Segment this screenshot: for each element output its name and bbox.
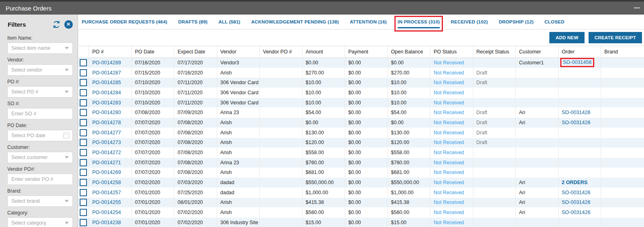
- order-link[interactable]: SO-0031426: [562, 210, 591, 215]
- po_status-cell: Not Received: [430, 208, 473, 217]
- row-checkbox[interactable]: [80, 179, 87, 186]
- po-status-link[interactable]: Not Received: [434, 180, 464, 185]
- column-header-po_date[interactable]: PO Date: [132, 46, 175, 57]
- vendor-cell: dadad: [217, 188, 260, 197]
- po-status-link[interactable]: Not Received: [434, 100, 464, 106]
- tab-dropship-12[interactable]: DROPSHIP (12): [499, 15, 534, 29]
- column-header-open_balance[interactable]: Open Balance: [388, 46, 431, 57]
- tab-received-102[interactable]: RECEIVED (102): [451, 15, 488, 29]
- order-link[interactable]: SO-0031426: [562, 199, 591, 205]
- row-checkbox[interactable]: [80, 159, 87, 166]
- row-checkbox[interactable]: [80, 139, 87, 146]
- column-header-customer[interactable]: Customer: [516, 46, 559, 57]
- po-link[interactable]: PO-0014255: [92, 199, 121, 205]
- po-link[interactable]: PO-0014271: [92, 160, 121, 165]
- column-header-receipt_status[interactable]: Receipt Status: [473, 46, 516, 57]
- po-status-link[interactable]: Not Received: [434, 160, 464, 165]
- column-header-payment[interactable]: Payment: [345, 46, 388, 57]
- po-status-link[interactable]: Not Received: [434, 199, 464, 205]
- column-header-expect_date[interactable]: Expect Date: [174, 46, 217, 57]
- filter-dropdown-brand[interactable]: Select brand: [7, 195, 73, 207]
- po-status-link[interactable]: Not Received: [434, 140, 464, 145]
- order-link[interactable]: SO-0031426: [562, 110, 591, 115]
- tab-closed[interactable]: CLOSED: [544, 15, 564, 29]
- po-link[interactable]: PO-0014254: [92, 210, 121, 215]
- row-checkbox[interactable]: [80, 169, 87, 176]
- column-header-vendor[interactable]: Vendor: [217, 46, 260, 57]
- po-status-link[interactable]: Not Received: [434, 90, 464, 95]
- po-status-link[interactable]: Not Received: [434, 70, 464, 76]
- row-checkbox[interactable]: [80, 149, 87, 156]
- po-link[interactable]: PO-0014257: [92, 190, 121, 195]
- po-status-link[interactable]: Not Received: [434, 60, 464, 66]
- create-receipt-button[interactable]: CREATE RECEIPT: [589, 32, 642, 43]
- filter-dropdown-item-name[interactable]: Select item name: [7, 42, 73, 54]
- tab-purchase-order-requests-464[interactable]: PURCHASE ORDER REQUESTS (464): [82, 15, 167, 29]
- po-link[interactable]: PO-0014283: [92, 100, 121, 106]
- filter-input-so[interactable]: Enter SO #: [7, 108, 73, 119]
- refresh-icon[interactable]: [52, 20, 61, 29]
- vendor-cell: dadad: [217, 178, 260, 187]
- customer-cell: Ari: [516, 118, 559, 127]
- row-checkbox[interactable]: [80, 59, 87, 66]
- close-filters-icon[interactable]: ✕: [64, 20, 73, 29]
- po-status-link[interactable]: Not Received: [434, 150, 464, 155]
- po-status-link[interactable]: Not Received: [434, 110, 464, 115]
- amount-text: $270.00: [306, 70, 324, 76]
- po-link[interactable]: PO-0014273: [92, 140, 121, 145]
- filter-dropdown-category[interactable]: Select category: [7, 217, 73, 227]
- po-link[interactable]: PO-0014285: [92, 80, 121, 85]
- po-link[interactable]: PO-0014272: [92, 150, 121, 155]
- order-link[interactable]: SO-0031426: [562, 120, 591, 125]
- filter-dropdown-vendor[interactable]: Select vendor: [7, 64, 73, 76]
- column-header-po[interactable]: PO #: [89, 46, 132, 57]
- row-checkbox[interactable]: [80, 129, 87, 136]
- po-link[interactable]: PO-0014280: [92, 110, 121, 115]
- po-link[interactable]: PO-0014278: [92, 120, 121, 125]
- filter-input-po-date[interactable]: Select PO date: [7, 130, 73, 141]
- tab-all-581[interactable]: ALL (581): [218, 15, 240, 29]
- po-link[interactable]: PO-0014238: [92, 220, 121, 225]
- tab-drafts-89[interactable]: DRAFTS (89): [178, 15, 208, 29]
- order-link[interactable]: 2 ORDERS: [562, 180, 588, 185]
- filter-input-vendor-po[interactable]: Enter vendor PO #: [7, 174, 73, 185]
- order-link[interactable]: SO-0031456: [563, 59, 592, 65]
- po-link[interactable]: PO-0014287: [92, 70, 121, 76]
- po-link[interactable]: PO-0014277: [92, 130, 121, 136]
- po-status-link[interactable]: Not Received: [434, 190, 464, 195]
- po-link[interactable]: PO-0014258: [92, 180, 121, 185]
- row-checkbox[interactable]: [80, 119, 87, 126]
- tab-attention-16[interactable]: ATTENTION (16): [350, 15, 387, 29]
- tab-acknowledgement-pending-138[interactable]: ACKNOWLEDGEMENT PENDING (138): [251, 15, 339, 29]
- column-header-brand[interactable]: Brand: [601, 46, 644, 57]
- row-checkbox[interactable]: [80, 99, 87, 106]
- row-checkbox[interactable]: [80, 79, 87, 86]
- row-checkbox[interactable]: [80, 189, 87, 196]
- column-header-po_status[interactable]: PO Status: [430, 46, 473, 57]
- column-header-vendor_po[interactable]: Vendor PO #: [260, 46, 303, 57]
- po-status-link[interactable]: Not Received: [434, 220, 464, 225]
- po-link[interactable]: PO-0014289: [92, 60, 121, 66]
- row-checkbox[interactable]: [80, 219, 87, 226]
- row-checkbox[interactable]: [80, 209, 87, 216]
- row-checkbox[interactable]: [80, 89, 87, 96]
- tab-in-process-310[interactable]: IN PROCESS (310): [398, 15, 440, 29]
- column-header-amount[interactable]: Amount: [303, 46, 345, 57]
- filter-dropdown-po[interactable]: Select PO #: [7, 86, 73, 98]
- po-link[interactable]: PO-0014284: [92, 90, 121, 95]
- po-status-link[interactable]: Not Received: [434, 170, 464, 175]
- row-checkbox[interactable]: [80, 109, 87, 116]
- row-checkbox[interactable]: [80, 69, 87, 76]
- po-status-link[interactable]: Not Received: [434, 80, 464, 85]
- po-link[interactable]: PO-0014269: [92, 170, 121, 175]
- po-status-link[interactable]: Not Received: [434, 210, 464, 215]
- vendor-text: Arish: [220, 150, 232, 155]
- row-checkbox[interactable]: [80, 199, 87, 206]
- column-header-order[interactable]: Order: [559, 46, 602, 57]
- filter-dropdown-customer[interactable]: Select customer: [7, 152, 73, 163]
- order-link[interactable]: SO-0031426: [562, 190, 591, 195]
- minimize-icon[interactable]: [634, 7, 640, 8]
- po-status-link[interactable]: Not Received: [434, 120, 464, 125]
- add-new-button[interactable]: ADD NEW: [549, 32, 584, 43]
- po-status-link[interactable]: Not Received: [434, 130, 464, 136]
